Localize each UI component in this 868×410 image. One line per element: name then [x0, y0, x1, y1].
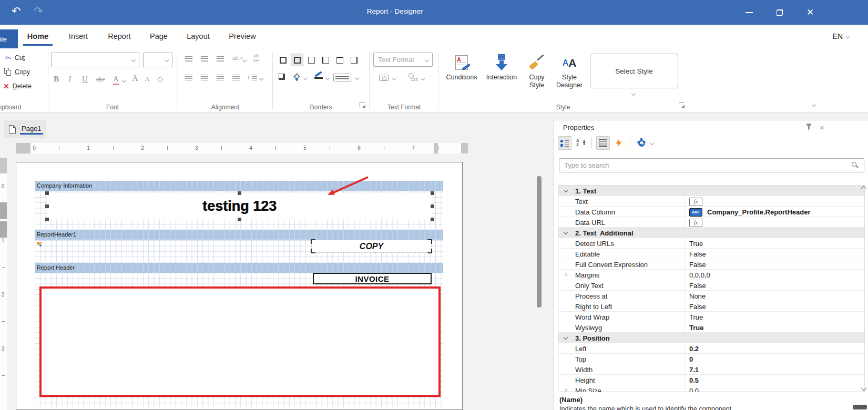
selection-handle[interactable]	[45, 218, 49, 221]
property-value[interactable]: False	[685, 301, 864, 312]
tab-insert[interactable]: Insert	[65, 32, 91, 40]
property-value[interactable]: 0,0	[685, 385, 864, 392]
property-grid[interactable]: 1. TextTextfxData ColumnabcCompany_Profi…	[558, 185, 865, 392]
cut-button[interactable]: ✂ Cut	[5, 54, 25, 62]
property-row[interactable]: Only TextFalse	[558, 280, 864, 291]
select-style-button[interactable]: Select Style	[590, 54, 678, 88]
selection-handle[interactable]	[431, 204, 434, 208]
property-row[interactable]: Data URLfx	[558, 217, 864, 228]
selection-handle[interactable]	[45, 191, 49, 195]
tab-layout[interactable]: Layout	[184, 32, 212, 40]
border-outer-button[interactable]	[291, 54, 303, 66]
chevron-down-icon[interactable]	[303, 76, 308, 80]
grow-font-button[interactable]: A	[132, 74, 138, 83]
property-value[interactable]: True	[685, 238, 864, 249]
property-value[interactable]: fx	[685, 196, 864, 207]
page-tab[interactable]: Page1	[4, 120, 46, 138]
chevron-down-icon[interactable]	[355, 76, 359, 80]
align-top-icon[interactable]	[185, 56, 192, 62]
border-right-button[interactable]	[348, 54, 360, 66]
underline-button[interactable]: U	[82, 75, 88, 84]
band-header-company-information[interactable]: Company Information	[35, 181, 443, 191]
property-row[interactable]: Right to LeftFalse	[558, 301, 864, 312]
strikethrough-button[interactable]: abc	[96, 76, 105, 84]
copy-text-component[interactable]: COPY	[312, 240, 431, 252]
data-column-icon[interactable]: abc	[689, 208, 702, 217]
text-rotation-icon[interactable]: ab↗	[232, 55, 243, 61]
property-value[interactable]: 0,0,0,0	[685, 270, 864, 280]
property-value[interactable]: 0.5	[685, 375, 864, 385]
property-value[interactable]: 0.2	[685, 343, 864, 354]
property-value[interactable]: None	[685, 291, 864, 301]
property-row[interactable]: Min Size0,0	[558, 385, 864, 392]
number-format-icon[interactable]: 123	[411, 77, 417, 82]
chevron-down-icon[interactable]	[259, 76, 263, 80]
align-right-icon[interactable]	[217, 75, 224, 80]
chevron-down-icon[interactable]	[650, 141, 654, 145]
shadow-button[interactable]	[279, 74, 285, 80]
delete-button[interactable]: ✕ Delete	[3, 82, 32, 90]
line-spacing-icon[interactable]: ↕	[247, 74, 250, 80]
currency-format-icon[interactable]	[379, 75, 389, 81]
horizontal-ruler[interactable]: 01234567	[16, 143, 468, 153]
property-row[interactable]: Top0	[558, 354, 864, 364]
pin-icon[interactable]	[808, 125, 810, 129]
chevron-down-icon[interactable]	[392, 76, 396, 80]
align-bottom-icon[interactable]	[217, 56, 224, 62]
copy-button[interactable]: Copy	[4, 68, 30, 76]
tab-report[interactable]: Report	[105, 32, 134, 40]
property-search-box[interactable]	[559, 158, 864, 172]
properties-view-button[interactable]	[596, 136, 610, 150]
panel-close-icon[interactable]: ×	[820, 124, 824, 131]
property-value[interactable]: 0	[685, 354, 864, 364]
property-section-header[interactable]: 2. Text Additional	[558, 228, 864, 238]
property-row[interactable]: Process atNone	[558, 291, 864, 301]
clear-format-button[interactable]: ◇	[157, 74, 164, 84]
align-justify-icon[interactable]	[232, 75, 240, 80]
align-center-icon[interactable]	[201, 75, 208, 80]
property-value[interactable]: False	[685, 259, 864, 270]
fx-button[interactable]: fx	[689, 219, 702, 227]
font-name-combo[interactable]	[51, 53, 139, 67]
property-row[interactable]: Textfx	[558, 196, 864, 207]
property-row[interactable]: Margins0,0,0,0	[558, 270, 864, 280]
property-value[interactable]: True	[685, 322, 864, 333]
section-collapse-icon[interactable]	[564, 335, 568, 340]
border-left-button[interactable]	[319, 54, 332, 66]
events-view-button[interactable]	[612, 136, 626, 150]
language-selector[interactable]: EN	[833, 32, 850, 40]
bold-button[interactable]: B	[54, 75, 59, 84]
collapse-ribbon-icon[interactable]	[812, 102, 816, 107]
align-left-icon[interactable]	[185, 75, 192, 80]
property-row[interactable]: Width7.1	[558, 364, 864, 375]
minimize-button[interactable]	[737, 0, 761, 25]
property-row[interactable]: WysiwygTrue	[558, 322, 864, 333]
property-value[interactable]: True	[685, 312, 864, 322]
shrink-font-button[interactable]: A	[145, 75, 149, 83]
tab-home[interactable]: Home	[25, 32, 51, 40]
restore-button[interactable]	[768, 0, 792, 25]
undo-icon[interactable]: ↶	[12, 5, 21, 16]
property-section-header[interactable]: 1. Text	[558, 186, 864, 196]
resize-grip[interactable]	[853, 405, 867, 409]
property-row[interactable]: Left0.2	[558, 343, 864, 354]
close-button[interactable]: ✕	[798, 0, 822, 25]
text-format-combo[interactable]: Text Format	[373, 53, 433, 67]
chevron-down-icon[interactable]	[122, 78, 126, 83]
borders-dialog-launcher-icon[interactable]	[360, 102, 365, 107]
search-input[interactable]	[564, 160, 848, 170]
expander-icon[interactable]	[564, 388, 567, 392]
property-value[interactable]: fx	[685, 217, 864, 228]
style-designer-button[interactable]: AA StyleDesigner	[553, 53, 586, 89]
property-row[interactable]: Detect URLsTrue	[558, 238, 864, 249]
chevron-down-icon[interactable]	[325, 76, 330, 80]
text-component-selected[interactable]: testing 123	[47, 193, 432, 219]
property-row[interactable]: EditableFalse	[558, 249, 864, 259]
selection-handle[interactable]	[431, 218, 434, 221]
red-highlight-rectangle[interactable]	[39, 286, 441, 397]
property-value[interactable]: 7.1	[685, 364, 864, 375]
section-collapse-icon[interactable]	[564, 230, 568, 234]
selection-handle[interactable]	[45, 204, 49, 208]
font-size-combo[interactable]	[143, 53, 172, 67]
property-row[interactable]: Data ColumnabcCompany_Profile.ReportHead…	[558, 207, 864, 217]
